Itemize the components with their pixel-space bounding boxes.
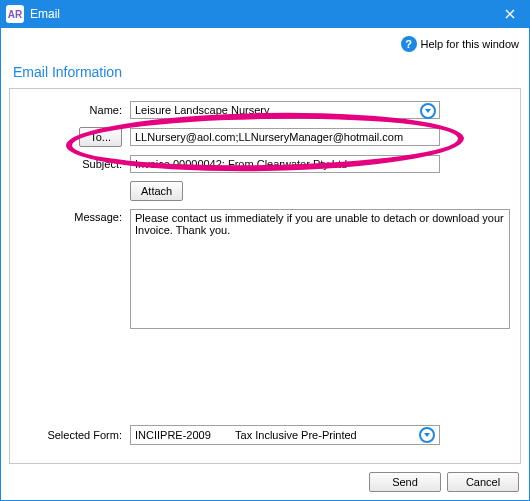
email-form-group: Name: To... Subject: — [9, 88, 521, 464]
section-title: Email Information — [13, 64, 521, 80]
attach-button[interactable]: Attach — [130, 181, 183, 201]
dialog-button-row: Send Cancel — [7, 464, 523, 494]
chevron-down-icon — [423, 431, 431, 439]
label-subject: Subject: — [20, 158, 130, 170]
selected-form-code: INCIIPRE-2009 — [135, 429, 211, 441]
label-name: Name: — [20, 104, 130, 116]
app-badge-icon: AR — [6, 5, 24, 23]
titlebar: AR Email — [0, 0, 530, 28]
close-icon — [505, 9, 515, 19]
help-link[interactable]: Help for this window — [421, 38, 519, 50]
name-input[interactable] — [130, 101, 440, 119]
send-button[interactable]: Send — [369, 472, 441, 492]
selected-form-combo[interactable]: INCIIPRE-2009 Tax Inclusive Pre-Printed — [130, 425, 440, 445]
to-input[interactable] — [130, 128, 440, 146]
window-body: ? Help for this window Email Information… — [0, 28, 530, 501]
subject-input[interactable] — [130, 155, 440, 173]
to-button[interactable]: To... — [79, 127, 122, 147]
window-title: Email — [30, 7, 490, 21]
label-message: Message: — [20, 209, 130, 223]
selected-form-desc: Tax Inclusive Pre-Printed — [235, 429, 357, 441]
name-dropdown-button[interactable] — [420, 103, 436, 119]
cancel-button[interactable]: Cancel — [447, 472, 519, 492]
chevron-down-icon — [424, 107, 432, 115]
label-selected-form: Selected Form: — [20, 429, 130, 441]
message-textarea[interactable]: Please contact us immediately if you are… — [130, 209, 510, 329]
selected-form-dropdown-button[interactable] — [419, 427, 435, 443]
help-icon: ? — [401, 36, 417, 52]
close-button[interactable] — [490, 0, 530, 28]
